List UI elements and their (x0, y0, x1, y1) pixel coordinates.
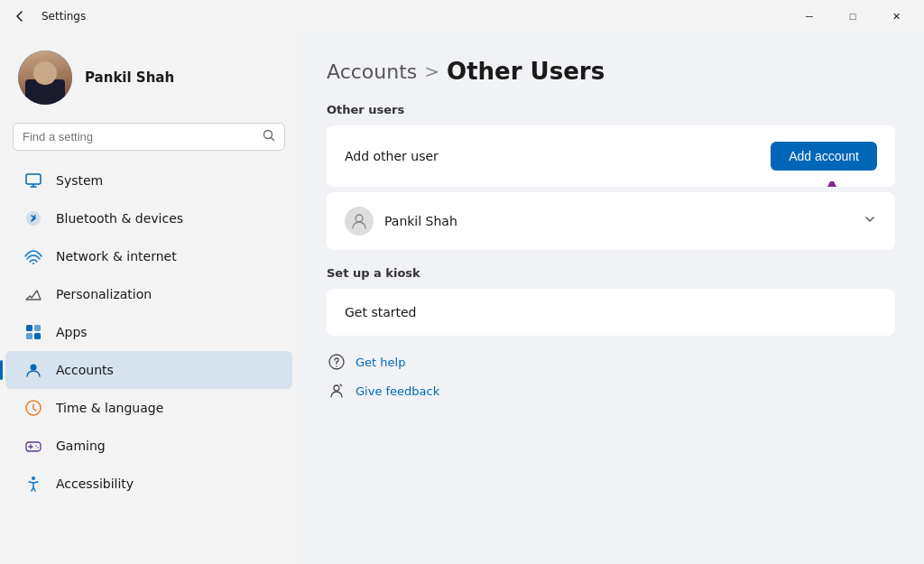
app-title: Settings (42, 10, 86, 23)
avatar-image (18, 51, 72, 105)
apps-label: Apps (56, 325, 274, 339)
svg-point-14 (356, 215, 363, 222)
svg-rect-4 (26, 325, 32, 331)
sidebar-item-time[interactable]: Time & language (5, 389, 292, 427)
personalization-label: Personalization (56, 287, 274, 301)
close-button[interactable]: ✕ (875, 2, 917, 31)
svg-point-8 (31, 365, 37, 371)
sidebar-item-personalization[interactable]: Personalization (5, 275, 292, 313)
give-feedback-label: Give feedback (356, 384, 439, 398)
get-help-label: Get help (356, 356, 405, 369)
chevron-down-icon (863, 212, 877, 230)
bluetooth-icon (23, 208, 43, 228)
sidebar-item-accessibility[interactable]: Accessibility (5, 465, 292, 503)
sidebar: Pankil Shah System (0, 32, 298, 564)
accounts-label: Accounts (56, 363, 274, 377)
time-label: Time & language (56, 401, 274, 415)
add-other-user-row: Add other user Add account (327, 125, 895, 187)
annotation-arrow (805, 181, 859, 187)
user-row-name: Pankil Shah (384, 214, 852, 228)
sidebar-item-gaming[interactable]: Gaming (5, 427, 292, 465)
accessibility-label: Accessibility (56, 476, 274, 491)
search-icon (263, 129, 275, 144)
help-links: Get help Give feedback (327, 352, 895, 401)
svg-point-12 (37, 447, 39, 448)
kiosk-card: Get started (327, 289, 895, 336)
svg-point-16 (336, 365, 337, 367)
user-display-name: Pankil Shah (85, 69, 174, 86)
svg-rect-7 (34, 333, 41, 339)
network-label: Network & internet (56, 249, 274, 264)
other-users-section-label: Other users (327, 103, 895, 116)
add-account-button[interactable]: Add account (771, 142, 877, 171)
accounts-icon (23, 360, 43, 380)
pankil-user-row[interactable]: Pankil Shah (327, 192, 895, 250)
feedback-icon (327, 381, 346, 401)
get-started-row: Get started (327, 289, 895, 336)
sidebar-nav: System Bluetooth & devices (0, 162, 298, 503)
window-controls: ─ □ ✕ (789, 2, 917, 31)
system-icon (23, 171, 43, 190)
add-user-card: Add other user Add account (327, 125, 895, 187)
svg-rect-1 (26, 174, 41, 184)
kiosk-section: Set up a kiosk Get started (327, 266, 895, 336)
accessibility-icon (23, 474, 43, 494)
svg-rect-6 (26, 333, 32, 339)
svg-rect-5 (34, 325, 41, 331)
add-other-user-label: Add other user (345, 149, 771, 163)
bluetooth-label: Bluetooth & devices (56, 211, 274, 226)
user-avatar-icon (345, 207, 374, 236)
breadcrumb-separator: > (424, 60, 439, 82)
sidebar-item-bluetooth[interactable]: Bluetooth & devices (5, 199, 292, 237)
sidebar-item-accounts[interactable]: Accounts (5, 351, 292, 389)
help-icon (327, 352, 346, 372)
sidebar-item-apps[interactable]: Apps (5, 313, 292, 351)
users-list-card: Pankil Shah (327, 192, 895, 250)
get-help-link[interactable]: Get help (327, 352, 895, 372)
svg-point-11 (35, 445, 37, 447)
breadcrumb-parent: Accounts (327, 60, 417, 83)
add-account-container: Add account (771, 142, 877, 171)
minimize-button[interactable]: ─ (789, 2, 830, 31)
app-body: Pankil Shah System (0, 32, 924, 564)
network-icon (23, 246, 43, 266)
gaming-label: Gaming (56, 439, 274, 453)
give-feedback-link[interactable]: Give feedback (327, 381, 895, 401)
svg-point-13 (32, 476, 35, 480)
kiosk-section-label: Set up a kiosk (327, 266, 895, 280)
svg-point-3 (32, 263, 34, 264)
search-input[interactable] (23, 130, 255, 143)
search-box[interactable] (13, 123, 285, 151)
sidebar-item-network[interactable]: Network & internet (5, 237, 292, 275)
gaming-icon (23, 436, 43, 456)
main-content: Accounts > Other Users Other users Add o… (298, 32, 924, 564)
sidebar-item-system[interactable]: System (5, 162, 292, 199)
breadcrumb-current: Other Users (447, 58, 605, 85)
user-profile: Pankil Shah (0, 36, 298, 123)
avatar (18, 51, 72, 105)
titlebar: Settings ─ □ ✕ (0, 0, 924, 32)
system-label: System (56, 173, 274, 188)
back-button[interactable] (7, 4, 32, 29)
time-icon (23, 398, 43, 418)
apps-icon (23, 322, 43, 342)
svg-point-17 (334, 385, 339, 391)
maximize-button[interactable]: □ (832, 2, 873, 31)
personalization-icon (23, 284, 43, 304)
titlebar-left: Settings (7, 4, 86, 29)
breadcrumb: Accounts > Other Users (327, 58, 895, 85)
